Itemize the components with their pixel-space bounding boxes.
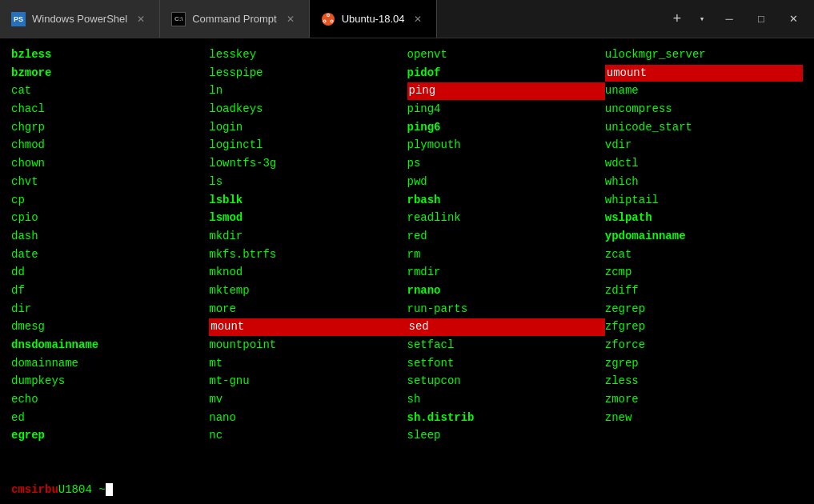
term-word: chacl — [11, 101, 209, 118]
term-word: mt — [209, 355, 407, 373]
term-word: dash — [11, 228, 209, 246]
term-word: egrep — [11, 427, 209, 445]
term-word: openvt — [407, 46, 605, 64]
svg-point-4 — [327, 14, 329, 16]
term-word: zegrep — [605, 301, 803, 318]
term-word: sh.distrib — [407, 410, 605, 427]
term-word: login — [209, 119, 407, 137]
maximize-button[interactable]: □ — [747, 5, 776, 34]
term-word: run-parts — [407, 301, 605, 318]
term-word: pwd — [407, 174, 605, 191]
term-word: zcat — [605, 246, 803, 264]
term-word: lowntfs-3g — [209, 155, 407, 173]
term-word: pidof — [407, 65, 605, 82]
powershell-icon: PS — [11, 12, 26, 26]
column-2: lesskeylesspipelnloadkeysloginloginctllo… — [209, 46, 407, 480]
term-word: cpio — [11, 210, 209, 227]
tab-powershell-close[interactable]: ✕ — [134, 12, 148, 26]
tab-powershell-label: Windows PowerShel — [32, 13, 127, 25]
term-word: sleep — [407, 427, 605, 445]
term-word: zcmp — [605, 264, 803, 282]
term-word: znew — [605, 410, 803, 427]
term-word: rm — [407, 246, 605, 264]
term-word: loginctl — [209, 137, 407, 154]
term-word: dnsdomainname — [11, 337, 209, 354]
prompt-user: cmsirbu — [11, 483, 58, 496]
tab-ubuntu-label: Ubuntu-18.04 — [342, 13, 405, 25]
term-word: plymouth — [407, 137, 605, 154]
prompt-path: U1804 ~ — [58, 483, 106, 496]
tab-powershell[interactable]: PS Windows PowerShel ✕ — [0, 0, 160, 38]
term-word: chmod — [11, 137, 209, 154]
term-word: cp — [11, 192, 209, 210]
new-tab-button[interactable]: + — [665, 7, 689, 31]
term-word: dd — [11, 264, 209, 282]
tab-cmd[interactable]: C:\ Command Prompt ✕ — [160, 0, 309, 38]
term-word: bzmore — [11, 65, 209, 82]
term-word: cat — [11, 82, 209, 100]
term-word: mountpoint — [209, 337, 407, 354]
term-word: ping6 — [407, 119, 605, 137]
term-word: nano — [209, 410, 407, 427]
term-word: mv — [209, 391, 407, 409]
term-word: setupcon — [407, 373, 605, 390]
term-word: rmdir — [407, 264, 605, 282]
prompt-line: cmsirbu U1804 ~ — [11, 483, 803, 496]
cmd-icon: C:\ — [171, 12, 186, 26]
term-word: zless — [605, 373, 803, 390]
term-word: lesspipe — [209, 65, 407, 82]
term-word: setfacl — [407, 337, 605, 354]
term-word: zfgrep — [605, 318, 803, 336]
term-word: ping — [407, 82, 605, 100]
term-word: lsmod — [209, 210, 407, 227]
term-word: mkfs.btrfs — [209, 246, 407, 264]
column-3: openvtpidofpingping4ping6plymouthpspwdrb… — [407, 46, 605, 480]
column-1: bzlessbzmorecatchaclchgrpchmodchownchvtc… — [11, 46, 209, 480]
term-word: zforce — [605, 337, 803, 354]
svg-point-6 — [323, 20, 325, 22]
term-word: whiptail — [605, 192, 803, 210]
term-word: date — [11, 246, 209, 264]
term-word: ulockmgr_server — [605, 46, 803, 64]
column-4: ulockmgr_serverumountunameuncompressunic… — [605, 46, 803, 480]
terminal-columns: bzlessbzmorecatchaclchgrpchmodchownchvtc… — [11, 46, 803, 480]
title-bar: PS Windows PowerShel ✕ C:\ Command Promp… — [0, 0, 814, 38]
tab-dropdown-button[interactable]: ▾ — [692, 7, 712, 31]
term-word: rbash — [407, 192, 605, 210]
ubuntu-icon — [321, 12, 335, 26]
term-word: ypdomainname — [605, 228, 803, 246]
term-word: red — [407, 228, 605, 246]
minimize-button[interactable]: ─ — [715, 5, 744, 34]
term-word: uname — [605, 82, 803, 100]
term-word: mount — [209, 318, 407, 336]
term-word: zmore — [605, 391, 803, 409]
tab-ubuntu[interactable]: Ubuntu-18.04 ✕ — [310, 0, 438, 38]
term-word: ln — [209, 82, 407, 100]
term-word: zgrep — [605, 355, 803, 373]
tab-cmd-close[interactable]: ✕ — [283, 12, 298, 26]
term-word: nc — [209, 427, 407, 445]
term-word: loadkeys — [209, 101, 407, 118]
term-word: dumpkeys — [11, 373, 209, 390]
term-word: vdir — [605, 137, 803, 154]
term-word: mknod — [209, 264, 407, 282]
window-controls: + ▾ ─ □ ✕ — [665, 5, 814, 34]
term-word: echo — [11, 391, 209, 409]
tab-ubuntu-close[interactable]: ✕ — [411, 12, 425, 26]
svg-point-5 — [331, 20, 332, 22]
term-word: unicode_start — [605, 119, 803, 137]
term-word: domainname — [11, 355, 209, 373]
term-word: sh — [407, 391, 605, 409]
term-word: ed — [11, 410, 209, 427]
term-word: sed — [407, 318, 605, 336]
term-word: lesskey — [209, 46, 407, 64]
term-word: lsblk — [209, 192, 407, 210]
term-word: wdctl — [605, 155, 803, 173]
term-word: setfont — [407, 355, 605, 373]
close-button[interactable]: ✕ — [779, 5, 808, 34]
term-word: readlink — [407, 210, 605, 227]
term-word: wslpath — [605, 210, 803, 227]
term-word: ping4 — [407, 101, 605, 118]
term-word: umount — [605, 65, 803, 82]
term-word: chgrp — [11, 119, 209, 137]
